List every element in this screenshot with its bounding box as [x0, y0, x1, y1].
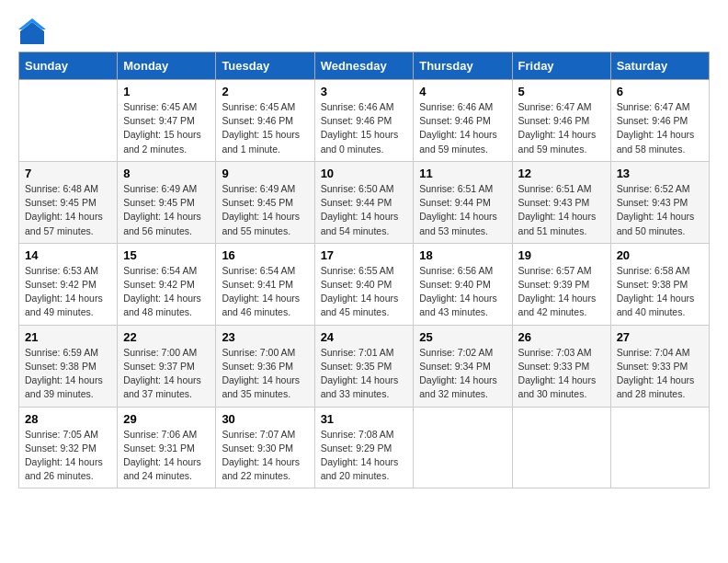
day-number: 12 [518, 167, 605, 180]
day-number: 4 [419, 85, 506, 98]
day-info: Sunrise: 6:48 AM Sunset: 9:45 PM Dayligh… [25, 182, 111, 238]
day-info: Sunrise: 6:49 AM Sunset: 9:45 PM Dayligh… [123, 182, 210, 238]
calendar-cell: 15Sunrise: 6:54 AM Sunset: 9:42 PM Dayli… [118, 243, 216, 325]
day-info: Sunrise: 6:55 AM Sunset: 9:40 PM Dayligh… [321, 264, 408, 320]
day-info: Sunrise: 6:50 AM Sunset: 9:44 PM Dayligh… [321, 182, 408, 238]
calendar-cell [610, 407, 709, 488]
calendar-cell: 8Sunrise: 6:49 AM Sunset: 9:45 PM Daylig… [118, 161, 216, 243]
day-number: 25 [419, 330, 506, 344]
calendar-cell: 10Sunrise: 6:50 AM Sunset: 9:44 PM Dayli… [314, 161, 414, 243]
week-row-5: 28Sunrise: 7:05 AM Sunset: 9:32 PM Dayli… [19, 407, 710, 488]
calendar-cell: 13Sunrise: 6:52 AM Sunset: 9:43 PM Dayli… [610, 161, 709, 243]
calendar-cell: 29Sunrise: 7:06 AM Sunset: 9:31 PM Dayli… [118, 407, 216, 488]
calendar-cell [512, 407, 610, 488]
day-info: Sunrise: 7:05 AM Sunset: 9:32 PM Dayligh… [25, 428, 111, 484]
day-info: Sunrise: 6:49 AM Sunset: 9:45 PM Dayligh… [222, 182, 308, 238]
calendar-cell: 9Sunrise: 6:49 AM Sunset: 9:45 PM Daylig… [216, 161, 314, 243]
week-row-1: 1Sunrise: 6:45 AM Sunset: 9:47 PM Daylig… [19, 80, 710, 162]
weekday-header-row: SundayMondayTuesdayWednesdayThursdayFrid… [19, 52, 710, 80]
day-number: 2 [222, 85, 308, 98]
calendar-cell: 21Sunrise: 6:59 AM Sunset: 9:38 PM Dayli… [19, 325, 118, 407]
calendar-cell: 1Sunrise: 6:45 AM Sunset: 9:47 PM Daylig… [118, 80, 216, 162]
weekday-header-wednesday: Wednesday [314, 52, 414, 80]
calendar-cell: 20Sunrise: 6:58 AM Sunset: 9:38 PM Dayli… [610, 243, 709, 325]
day-number: 9 [222, 167, 308, 180]
day-number: 3 [321, 85, 408, 98]
day-number: 24 [321, 330, 408, 344]
day-number: 7 [25, 167, 111, 180]
day-number: 23 [222, 330, 308, 344]
day-number: 28 [25, 412, 111, 426]
day-info: Sunrise: 7:08 AM Sunset: 9:29 PM Dayligh… [321, 428, 408, 484]
week-row-3: 14Sunrise: 6:53 AM Sunset: 9:42 PM Dayli… [19, 243, 710, 325]
day-number: 19 [518, 248, 605, 262]
day-info: Sunrise: 6:46 AM Sunset: 9:46 PM Dayligh… [419, 100, 506, 156]
logo [18, 18, 50, 46]
calendar-cell: 7Sunrise: 6:48 AM Sunset: 9:45 PM Daylig… [19, 161, 118, 243]
day-number: 6 [617, 85, 703, 98]
day-number: 16 [222, 248, 308, 262]
weekday-header-saturday: Saturday [610, 52, 709, 80]
calendar-cell: 28Sunrise: 7:05 AM Sunset: 9:32 PM Dayli… [19, 407, 118, 488]
day-info: Sunrise: 6:58 AM Sunset: 9:38 PM Dayligh… [617, 264, 703, 320]
day-number: 30 [222, 412, 308, 426]
calendar-cell: 11Sunrise: 6:51 AM Sunset: 9:44 PM Dayli… [414, 161, 512, 243]
weekday-header-sunday: Sunday [19, 52, 118, 80]
calendar-cell: 2Sunrise: 6:45 AM Sunset: 9:46 PM Daylig… [216, 80, 314, 162]
calendar-cell: 12Sunrise: 6:51 AM Sunset: 9:43 PM Dayli… [512, 161, 610, 243]
day-number: 5 [518, 85, 605, 98]
day-info: Sunrise: 6:53 AM Sunset: 9:42 PM Dayligh… [25, 264, 111, 320]
day-number: 13 [617, 167, 703, 180]
day-info: Sunrise: 7:04 AM Sunset: 9:33 PM Dayligh… [617, 346, 703, 402]
week-row-2: 7Sunrise: 6:48 AM Sunset: 9:45 PM Daylig… [19, 161, 710, 243]
day-number: 11 [419, 167, 506, 180]
calendar-cell: 3Sunrise: 6:46 AM Sunset: 9:46 PM Daylig… [314, 80, 414, 162]
day-info: Sunrise: 6:46 AM Sunset: 9:46 PM Dayligh… [321, 100, 408, 156]
calendar-cell: 5Sunrise: 6:47 AM Sunset: 9:46 PM Daylig… [512, 80, 610, 162]
day-info: Sunrise: 6:54 AM Sunset: 9:42 PM Dayligh… [123, 264, 210, 320]
weekday-header-friday: Friday [512, 52, 610, 80]
day-info: Sunrise: 7:07 AM Sunset: 9:30 PM Dayligh… [222, 428, 308, 484]
day-info: Sunrise: 6:51 AM Sunset: 9:43 PM Dayligh… [518, 182, 605, 238]
day-info: Sunrise: 7:02 AM Sunset: 9:34 PM Dayligh… [419, 346, 506, 402]
day-info: Sunrise: 6:54 AM Sunset: 9:41 PM Dayligh… [222, 264, 308, 320]
day-number: 14 [25, 248, 111, 262]
day-number: 26 [518, 330, 605, 344]
calendar-cell: 17Sunrise: 6:55 AM Sunset: 9:40 PM Dayli… [314, 243, 414, 325]
day-info: Sunrise: 7:00 AM Sunset: 9:36 PM Dayligh… [222, 346, 308, 402]
calendar-cell: 22Sunrise: 7:00 AM Sunset: 9:37 PM Dayli… [118, 325, 216, 407]
day-info: Sunrise: 6:45 AM Sunset: 9:47 PM Dayligh… [123, 100, 210, 156]
day-number: 21 [25, 330, 111, 344]
day-info: Sunrise: 6:47 AM Sunset: 9:46 PM Dayligh… [518, 100, 605, 156]
calendar-cell: 30Sunrise: 7:07 AM Sunset: 9:30 PM Dayli… [216, 407, 314, 488]
calendar-cell: 6Sunrise: 6:47 AM Sunset: 9:46 PM Daylig… [610, 80, 709, 162]
week-row-4: 21Sunrise: 6:59 AM Sunset: 9:38 PM Dayli… [19, 325, 710, 407]
calendar-cell: 16Sunrise: 6:54 AM Sunset: 9:41 PM Dayli… [216, 243, 314, 325]
calendar-cell [414, 407, 512, 488]
day-info: Sunrise: 6:47 AM Sunset: 9:46 PM Dayligh… [617, 100, 703, 156]
day-number: 10 [321, 167, 408, 180]
calendar-cell: 25Sunrise: 7:02 AM Sunset: 9:34 PM Dayli… [414, 325, 512, 407]
calendar-cell: 14Sunrise: 6:53 AM Sunset: 9:42 PM Dayli… [19, 243, 118, 325]
weekday-header-tuesday: Tuesday [216, 52, 314, 80]
day-info: Sunrise: 6:45 AM Sunset: 9:46 PM Dayligh… [222, 100, 308, 156]
page-header [18, 18, 710, 46]
calendar-cell: 24Sunrise: 7:01 AM Sunset: 9:35 PM Dayli… [314, 325, 414, 407]
calendar-cell: 26Sunrise: 7:03 AM Sunset: 9:33 PM Dayli… [512, 325, 610, 407]
calendar-cell: 23Sunrise: 7:00 AM Sunset: 9:36 PM Dayli… [216, 325, 314, 407]
day-info: Sunrise: 7:03 AM Sunset: 9:33 PM Dayligh… [518, 346, 605, 402]
day-info: Sunrise: 6:52 AM Sunset: 9:43 PM Dayligh… [617, 182, 703, 238]
calendar-cell: 4Sunrise: 6:46 AM Sunset: 9:46 PM Daylig… [414, 80, 512, 162]
day-number: 1 [123, 85, 210, 98]
day-number: 27 [617, 330, 703, 344]
calendar-table: SundayMondayTuesdayWednesdayThursdayFrid… [18, 52, 710, 488]
day-info: Sunrise: 6:59 AM Sunset: 9:38 PM Dayligh… [25, 346, 111, 402]
day-info: Sunrise: 6:56 AM Sunset: 9:40 PM Dayligh… [419, 264, 506, 320]
weekday-header-monday: Monday [118, 52, 216, 80]
day-info: Sunrise: 6:57 AM Sunset: 9:39 PM Dayligh… [518, 264, 605, 320]
day-info: Sunrise: 6:51 AM Sunset: 9:44 PM Dayligh… [419, 182, 506, 238]
day-number: 29 [123, 412, 210, 426]
day-info: Sunrise: 7:00 AM Sunset: 9:37 PM Dayligh… [123, 346, 210, 402]
day-number: 8 [123, 167, 210, 180]
day-number: 18 [419, 248, 506, 262]
